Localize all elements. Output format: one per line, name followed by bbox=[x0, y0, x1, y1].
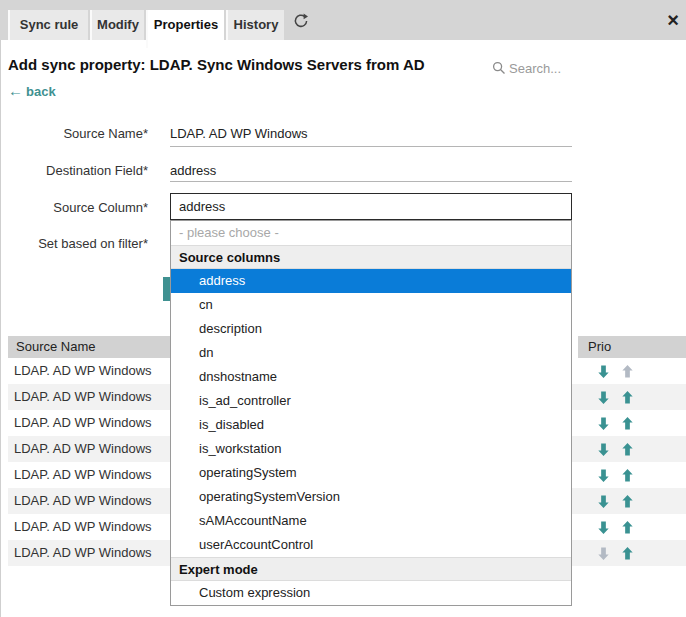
dropdown-option[interactable]: cn bbox=[171, 293, 571, 317]
search-input[interactable] bbox=[509, 58, 669, 78]
table-header-prio: Prio bbox=[578, 336, 686, 358]
priority-up-icon[interactable] bbox=[620, 442, 635, 457]
prio-cell bbox=[586, 358, 686, 384]
destination-field-value: address bbox=[170, 163, 572, 178]
dropdown-option[interactable]: description bbox=[171, 317, 571, 341]
tab-modify[interactable]: Modify bbox=[90, 10, 144, 40]
table-cell-source-name: LDAP. AD WP Windows bbox=[14, 462, 152, 488]
dropdown-option[interactable]: dnshostname bbox=[171, 365, 571, 389]
set-based-on-filter-label: Set based on filter* bbox=[0, 236, 148, 251]
dropdown-group-expert-mode: Expert mode bbox=[171, 557, 571, 581]
source-column-dropdown: - please choose - Source columns address… bbox=[170, 220, 572, 606]
priority-up-icon[interactable] bbox=[620, 468, 635, 483]
priority-up-icon[interactable] bbox=[620, 494, 635, 509]
dropdown-group-source-columns: Source columns bbox=[171, 245, 571, 269]
dropdown-option[interactable]: dn bbox=[171, 341, 571, 365]
priority-up-icon[interactable] bbox=[620, 416, 635, 431]
sync-property-dialog: Sync rule Modify Properties History × Ad… bbox=[0, 0, 686, 617]
prio-cell bbox=[586, 384, 686, 410]
table-cell-source-name: LDAP. AD WP Windows bbox=[14, 410, 152, 436]
dropdown-option[interactable]: sAMAccountName bbox=[171, 509, 571, 533]
priority-down-icon[interactable] bbox=[596, 494, 611, 509]
dropdown-option[interactable]: is_disabled bbox=[171, 413, 571, 437]
table-cell-source-name: LDAP. AD WP Windows bbox=[14, 436, 152, 462]
prio-cell bbox=[586, 488, 686, 514]
tab-bar: Sync rule Modify Properties History × bbox=[0, 0, 686, 40]
table-cell-source-name: LDAP. AD WP Windows bbox=[14, 358, 152, 384]
source-name-underline bbox=[170, 146, 572, 147]
back-label: back bbox=[26, 84, 56, 99]
source-column-input[interactable] bbox=[170, 193, 572, 220]
priority-up-icon[interactable] bbox=[620, 364, 635, 379]
back-arrow-icon: ← bbox=[8, 82, 23, 99]
prio-cell bbox=[586, 436, 686, 462]
search-box bbox=[492, 58, 672, 78]
dropdown-option-custom-expression[interactable]: Custom expression bbox=[171, 581, 571, 605]
priority-up-icon[interactable] bbox=[620, 520, 635, 535]
dropdown-option[interactable]: is_workstation bbox=[171, 437, 571, 461]
prio-cell bbox=[586, 540, 686, 566]
tab-sync-rule[interactable]: Sync rule bbox=[8, 10, 88, 40]
prio-cell bbox=[586, 410, 686, 436]
tab-properties[interactable]: Properties bbox=[146, 10, 224, 48]
dropdown-option[interactable]: is_ad_controller bbox=[171, 389, 571, 413]
table-cell-source-name: LDAP. AD WP Windows bbox=[14, 384, 152, 410]
dropdown-option[interactable]: userAccountControl bbox=[171, 533, 571, 557]
destination-field-underline bbox=[170, 181, 572, 182]
priority-up-icon[interactable] bbox=[620, 390, 635, 405]
dropdown-option-placeholder[interactable]: - please choose - bbox=[171, 221, 571, 245]
priority-down-icon[interactable] bbox=[596, 468, 611, 483]
priority-down-icon[interactable] bbox=[596, 364, 611, 379]
table-cell-source-name: LDAP. AD WP Windows bbox=[14, 488, 152, 514]
priority-down-icon[interactable] bbox=[596, 442, 611, 457]
page-title: Add sync property: LDAP. Sync Windows Se… bbox=[8, 56, 478, 73]
priority-down-icon[interactable] bbox=[596, 546, 611, 561]
prio-cell bbox=[586, 514, 686, 540]
table-cell-source-name: LDAP. AD WP Windows bbox=[14, 514, 152, 540]
priority-down-icon[interactable] bbox=[596, 520, 611, 535]
dropdown-option[interactable]: address bbox=[171, 269, 571, 293]
priority-up-icon[interactable] bbox=[620, 546, 635, 561]
close-icon[interactable]: × bbox=[662, 8, 684, 32]
prio-cell bbox=[586, 462, 686, 488]
back-link[interactable]: ←back bbox=[8, 82, 56, 99]
source-column-label: Source Column* bbox=[0, 200, 148, 215]
source-name-label: Source Name* bbox=[0, 126, 148, 141]
dropdown-option[interactable]: operatingSystemVersion bbox=[171, 485, 571, 509]
tab-history[interactable]: History bbox=[226, 10, 284, 40]
source-name-value: LDAP. AD WP Windows bbox=[170, 126, 572, 141]
priority-down-icon[interactable] bbox=[596, 416, 611, 431]
priority-down-icon[interactable] bbox=[596, 390, 611, 405]
search-icon bbox=[492, 61, 506, 75]
dropdown-option[interactable]: operatingSystem bbox=[171, 461, 571, 485]
table-cell-source-name: LDAP. AD WP Windows bbox=[14, 540, 152, 566]
destination-field-label: Destination Field* bbox=[0, 163, 148, 178]
refresh-icon[interactable] bbox=[292, 12, 310, 30]
